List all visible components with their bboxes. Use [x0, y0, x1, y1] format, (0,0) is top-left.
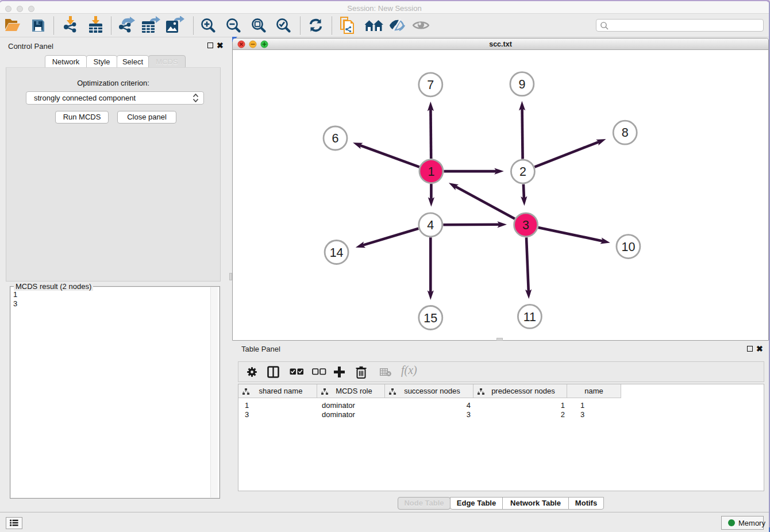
svg-text:1: 1: [428, 165, 434, 179]
svg-text:8: 8: [622, 126, 629, 140]
svg-text:11: 11: [523, 310, 536, 324]
svg-text:7: 7: [427, 78, 434, 92]
svg-text:6: 6: [332, 132, 339, 145]
svg-text:10: 10: [621, 240, 635, 254]
svg-text:4: 4: [427, 218, 434, 232]
svg-text:2: 2: [519, 165, 526, 179]
svg-text:3: 3: [522, 218, 529, 232]
svg-text:15: 15: [424, 311, 437, 325]
svg-text:14: 14: [330, 246, 344, 260]
svg-text:9: 9: [518, 78, 525, 91]
